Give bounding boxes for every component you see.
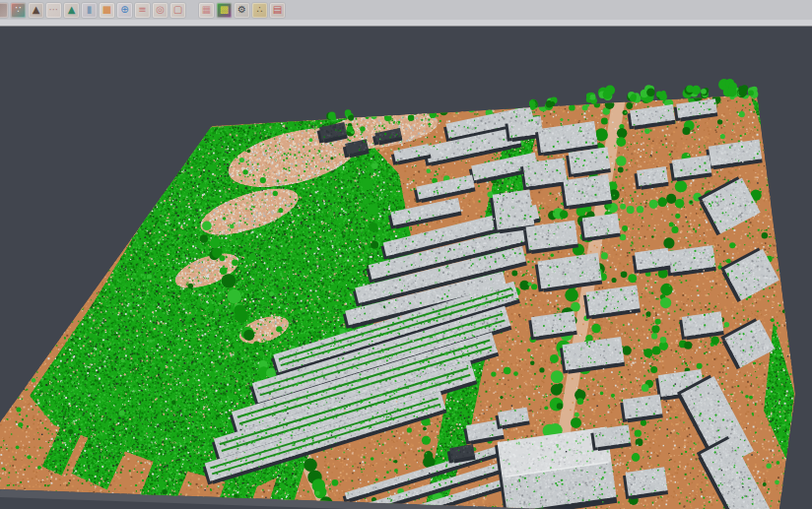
hill-green-icon[interactable]: ▲ — [64, 3, 79, 18]
toolbar: ∵▲⋯▲▮■⊕≡◎▢▦▩⚙∴▤ — [0, 0, 812, 20]
viewport-3d-pointcloud[interactable] — [0, 27, 812, 509]
scatter-points-icon[interactable]: ∵ — [11, 3, 26, 18]
orange-square-icon[interactable]: ■ — [100, 3, 114, 18]
mottled-stone-icon[interactable] — [0, 3, 8, 18]
toolbar-strip — [0, 20, 812, 27]
red-grid-icon[interactable]: ▦ — [199, 3, 214, 18]
toolbar-icons: ∵▲⋯▲▮■⊕≡◎▢▦▩⚙∴▤ — [0, 0, 812, 20]
red-layers-icon[interactable]: ≡ — [135, 3, 150, 18]
app-window: ∵▲⋯▲▮■⊕≡◎▢▦▩⚙∴▤ — [0, 0, 812, 509]
dashed-selection-icon[interactable]: ▢ — [170, 3, 185, 18]
globe-icon[interactable]: ⊕ — [117, 3, 132, 18]
hill-dark-icon[interactable]: ▲ — [29, 3, 43, 18]
blue-column-icon[interactable]: ▮ — [82, 3, 97, 18]
settings-gear-icon[interactable]: ⚙ — [235, 3, 249, 18]
classification-view-icon[interactable]: ▩ — [217, 3, 232, 18]
faint-points-icon[interactable]: ⋯ — [46, 3, 61, 18]
red-ring-icon[interactable]: ◎ — [153, 3, 168, 18]
measure-marks-icon[interactable]: ∴ — [252, 3, 267, 18]
red-flag-stripes-icon[interactable]: ▤ — [270, 3, 285, 18]
toolbar-separator — [188, 0, 196, 20]
